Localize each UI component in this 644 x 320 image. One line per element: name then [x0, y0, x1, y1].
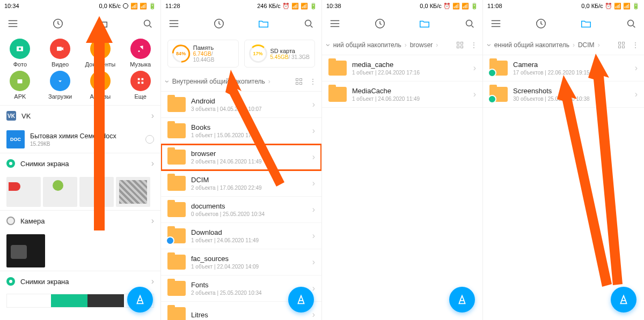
status-bar: 10:38 0,0 КБ/с ⏰ 📶 📶 🔋	[322, 0, 482, 12]
cat-downloads[interactable]: Загрузки	[43, 71, 77, 100]
cat-more[interactable]: Еще	[123, 71, 158, 100]
more-icon[interactable]: ⋮	[632, 41, 639, 49]
thumbnail[interactable]	[79, 177, 114, 207]
ring-icon: 84%	[169, 41, 194, 66]
toolbar	[322, 12, 482, 35]
recent-icon[interactable]	[213, 17, 225, 30]
vk-icon: VK	[6, 111, 16, 121]
section-camera[interactable]: Камера ›	[0, 210, 160, 231]
svg-rect-5	[57, 47, 62, 51]
grid-view-icon[interactable]	[457, 42, 464, 48]
folder-icon[interactable]	[96, 17, 109, 30]
folder-icon	[167, 255, 186, 270]
folder-list: Camera17 объектов | 22.06.2020 19:15› Sc…	[483, 55, 644, 320]
search-icon[interactable]	[141, 17, 154, 30]
storage-sd[interactable]: 17% SD карта 5.45GB/ 31.3GB	[244, 40, 316, 68]
chevron-right-icon: ›	[151, 111, 154, 121]
folder-icon	[167, 228, 186, 243]
folder-android[interactable]: Android3 объекта | 04.05.2020 10:07›	[161, 92, 321, 118]
folder-list: Android3 объекта | 04.05.2020 10:07› Boo…	[161, 92, 321, 320]
cat-archives[interactable]: Архивы	[83, 71, 118, 100]
menu-icon[interactable]	[167, 17, 180, 30]
recent-icon[interactable]	[535, 17, 547, 30]
folder-media-cache[interactable]: media_cache1 объект | 22.04.2020 17:16›	[322, 55, 482, 81]
status-time: 11:28	[165, 3, 180, 9]
thumbnail[interactable]	[116, 177, 150, 207]
folder-mediacache[interactable]: MediaCache1 объект | 24.06.2020 11:49›	[322, 81, 482, 108]
thumbnail[interactable]	[43, 177, 77, 207]
folder-icon	[167, 202, 186, 217]
svg-point-17	[466, 20, 472, 26]
section-vk[interactable]: VK VK ›	[0, 105, 160, 126]
category-grid: Фото Видео Документы Музыка APK Загрузки…	[0, 35, 160, 105]
status-bar: 11:28 246 КБ/с ⏰ 📶 📶 🔋	[161, 0, 321, 12]
cat-video[interactable]: Видео	[43, 39, 77, 68]
breadcrumb[interactable]: › ний общий накопитель › browser › ⋮	[322, 35, 482, 55]
svg-rect-11	[141, 82, 143, 84]
menu-icon[interactable]	[328, 17, 341, 30]
screen-2: 11:28 246 КБ/с ⏰ 📶 📶 🔋 84% Память 6.74GB…	[161, 0, 322, 320]
folder-icon[interactable]	[418, 17, 431, 30]
clean-fab[interactable]	[611, 287, 636, 312]
thumbnail[interactable]	[6, 177, 41, 207]
clean-fab[interactable]	[449, 287, 475, 312]
more-icon[interactable]: ⋮	[310, 78, 316, 85]
cat-music[interactable]: Музыка	[123, 39, 158, 68]
cat-docs[interactable]: Документы	[83, 39, 118, 68]
svg-rect-8	[137, 78, 140, 80]
folder-icon	[167, 176, 186, 191]
ring-icon: 17%	[249, 44, 267, 63]
svg-rect-6	[18, 79, 23, 84]
folder-documents[interactable]: documents0 объектов | 25.05.2020 10:34›	[161, 197, 321, 223]
breadcrumb[interactable]: › енний общий накопитель › DCIM › ⋮	[483, 35, 644, 55]
folder-camera[interactable]: Camera17 объектов | 22.06.2020 19:15›	[483, 55, 644, 81]
search-icon[interactable]	[302, 17, 315, 30]
folder-browser[interactable]: browser2 объекта | 24.06.2020 11:49›	[161, 144, 321, 170]
svg-point-4	[19, 48, 21, 50]
status-time: 10:34	[4, 3, 19, 9]
folder-icon	[167, 97, 186, 112]
folder-icon[interactable]	[580, 17, 592, 30]
storage-cards: 84% Память 6.74GB/ 10.44GB 17% SD карта …	[161, 35, 321, 72]
recent-icon[interactable]	[374, 17, 386, 30]
folder-download[interactable]: Download1 объект | 24.06.2020 11:49›	[161, 223, 321, 249]
cat-photo[interactable]: Фото	[3, 39, 37, 68]
menu-icon[interactable]	[489, 17, 502, 30]
breadcrumb[interactable]: › Внутренний общий накопитель › ⋮	[161, 72, 321, 92]
clean-fab[interactable]	[288, 287, 314, 312]
dot-icon	[6, 159, 15, 168]
chevron-down-icon: ›	[163, 80, 172, 83]
chevron-down-icon: ›	[324, 44, 333, 47]
toolbar	[161, 12, 321, 35]
more-icon[interactable]: ⋮	[471, 41, 477, 49]
toolbar	[0, 12, 160, 35]
folder-icon	[328, 61, 347, 76]
folder-dcim[interactable]: DCIM2 объекта | 17.06.2020 22:49›	[161, 170, 321, 197]
status-right: 0,0 КБ/с 📶📶🔋	[99, 3, 156, 10]
folder-books[interactable]: Books1 объект | 15.06.2020 17:12›	[161, 118, 321, 144]
status-time: 10:38	[326, 3, 341, 9]
cat-apk[interactable]: APK	[3, 71, 37, 100]
storage-internal[interactable]: 84% Память 6.74GB/ 10.44GB	[167, 40, 239, 68]
menu-icon[interactable]	[6, 17, 19, 30]
recent-icon[interactable]	[52, 17, 64, 30]
grid-view-icon[interactable]	[618, 42, 626, 48]
select-radio[interactable]	[145, 135, 154, 144]
search-icon[interactable]	[463, 17, 476, 30]
search-icon[interactable]	[625, 17, 638, 30]
folder-icon	[489, 87, 508, 102]
clean-fab[interactable]	[127, 287, 153, 312]
thumbnail[interactable]	[6, 234, 45, 267]
grid-view-icon[interactable]	[296, 78, 303, 85]
folder-list: media_cache1 объект | 22.04.2020 17:16› …	[322, 55, 482, 320]
section-screenshots[interactable]: Снимки экрана ›	[0, 153, 160, 174]
camera-dot-icon	[6, 217, 15, 225]
folder-fac-sources[interactable]: fac_sources1 объект | 22.04.2020 14:09›	[161, 249, 321, 276]
screen-1: 10:34 0,0 КБ/с 📶📶🔋 Фото Видео Документы …	[0, 0, 161, 320]
screenshot-collage: 10:34 0,0 КБ/с 📶📶🔋 Фото Видео Документы …	[0, 0, 644, 320]
thumbnail-row	[0, 174, 160, 210]
folder-screenshots[interactable]: Screenshots30 объектов | 25.06.2020 10:3…	[483, 81, 644, 108]
folder-icon[interactable]	[257, 17, 270, 30]
doc-icon: DOC	[6, 130, 25, 148]
file-doc[interactable]: DOC Бытовая химия Семен.docx 15.29КВ	[0, 126, 160, 153]
